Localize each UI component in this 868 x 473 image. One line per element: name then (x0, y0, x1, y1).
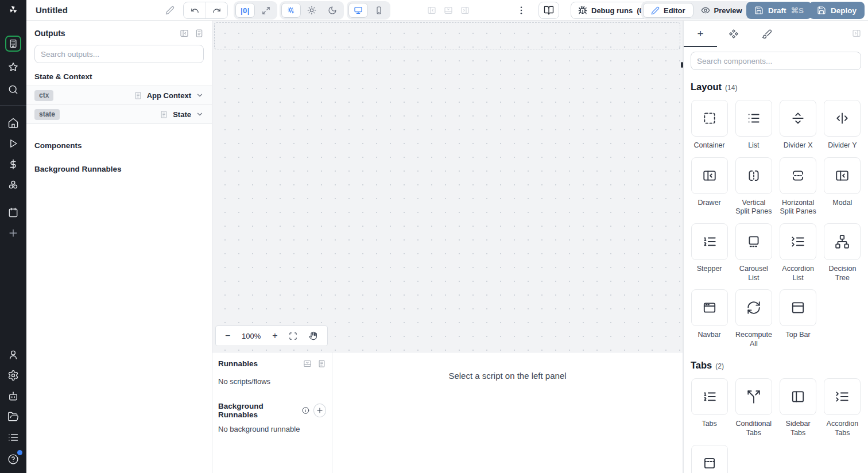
app-title: Untitled (36, 5, 68, 15)
device-desktop-button[interactable] (348, 3, 368, 18)
section-title: Tabs (691, 360, 712, 371)
zoom-reset-button[interactable]: |0| (235, 3, 255, 18)
plus-icon (7, 227, 19, 239)
sidebar-search-button[interactable] (6, 83, 20, 96)
component-label: Decision Tree (824, 265, 861, 282)
center-area: − 100% + Runnables (212, 21, 683, 473)
save-icon (754, 6, 764, 15)
component-label: Horizontal Split Panes (780, 199, 817, 216)
component-recompute-all[interactable]: Recompute All (735, 289, 772, 348)
output-badge: ctx (34, 90, 53, 101)
sidebar-apps-button[interactable] (6, 178, 20, 192)
sidebar-star-button[interactable] (6, 60, 20, 74)
sidebar-settings-button[interactable] (6, 369, 20, 382)
component-modal[interactable]: Modal (824, 157, 861, 216)
component-top-bar[interactable]: Top Bar (780, 289, 817, 348)
component-label: Divider Y (828, 141, 857, 150)
chevron-down-icon[interactable] (196, 110, 204, 118)
canvas-dropzone[interactable] (214, 22, 680, 49)
add-background-runnable-button[interactable] (313, 404, 326, 417)
more-options-button[interactable] (516, 5, 526, 17)
stepper-icon (702, 234, 717, 249)
sidebar-building-button[interactable] (5, 36, 21, 52)
component-horizontal-split-panes[interactable]: Horizontal Split Panes (780, 157, 817, 216)
runnables-title: Runnables (218, 359, 258, 368)
windmill-logo[interactable] (0, 0, 26, 21)
select-script-hint: Select a script on the left panel (448, 371, 566, 473)
component-accordion-tabs[interactable]: Accordion Tabs (824, 378, 861, 437)
expand-canvas-button[interactable] (256, 3, 276, 18)
collapse-runnables-panel-icon[interactable] (303, 359, 312, 368)
deploy-button[interactable]: Deploy (809, 2, 865, 19)
theme-dark-button[interactable] (323, 3, 342, 18)
theme-auto-button[interactable] (281, 3, 301, 18)
theme-light-button[interactable] (302, 3, 321, 18)
sidebar-calendar-button[interactable] (6, 206, 20, 219)
sidebar-home-button[interactable] (6, 116, 20, 130)
component-drawer[interactable]: Drawer (691, 157, 728, 216)
app-canvas[interactable]: − 100% + (212, 21, 683, 352)
component-tabs[interactable]: Tabs (691, 378, 728, 437)
pencil-icon (651, 6, 660, 15)
sidebar-dollar-button[interactable] (6, 157, 20, 171)
component-stepper[interactable]: Stepper (691, 223, 728, 282)
output-row-ctx[interactable]: ctxApp Context (26, 86, 212, 105)
redo-button[interactable] (206, 2, 227, 18)
outputs-doc-icon[interactable] (195, 29, 204, 38)
sidebar-plus-button[interactable] (6, 226, 20, 240)
component-navbar[interactable]: Navbar (691, 289, 728, 348)
zoom-in-button[interactable]: + (272, 331, 277, 341)
component-carousel-list[interactable]: Carousel List (735, 223, 772, 282)
tab-insert-component[interactable]: + (684, 21, 717, 47)
sidebar-user-button[interactable] (6, 348, 20, 362)
docs-button[interactable] (538, 2, 559, 19)
zoom-out-button[interactable]: − (225, 331, 230, 341)
sidebar-list-button[interactable] (6, 431, 20, 444)
components-search-input[interactable] (697, 57, 855, 65)
component-grid-layout: ContainerListDivider XDivider YDrawerVer… (691, 100, 861, 348)
components-section-label: Components (34, 141, 204, 150)
play-icon (7, 138, 19, 149)
component-conditional-tabs[interactable]: Conditional Tabs (735, 378, 772, 437)
tab-styling[interactable] (750, 21, 784, 47)
pan-mode-button[interactable] (309, 331, 318, 340)
edit-title-button[interactable] (165, 6, 175, 15)
draft-button[interactable]: Draft ⌘S (746, 2, 812, 19)
component-label: Tabs (702, 420, 716, 429)
building-icon (8, 38, 18, 49)
component-divider-y[interactable]: Divider Y (824, 100, 861, 150)
component-invisible-tabs-icon[interactable] (691, 445, 728, 473)
outputs-panel: Outputs State & Context ctxApp Contextst… (26, 21, 212, 473)
fullscreen-icon (289, 332, 297, 340)
horizontal-split-icon (790, 168, 805, 183)
editor-tab[interactable]: Editor (643, 3, 693, 18)
sidebar-robot-button[interactable] (6, 389, 20, 403)
device-mobile-button[interactable] (369, 3, 389, 18)
section-header-tabs: Tabs(2) (691, 360, 861, 371)
rail-divider (0, 105, 26, 106)
runnables-doc-icon[interactable] (317, 359, 326, 368)
tab-component-settings[interactable] (717, 21, 750, 47)
outputs-search-input[interactable] (41, 50, 197, 59)
component-vertical-split-panes[interactable]: Vertical Split Panes (735, 157, 772, 216)
component-decision-tree[interactable]: Decision Tree (824, 223, 861, 282)
component-accordion-list[interactable]: Accordion List (780, 223, 817, 282)
component-label: Carousel List (735, 265, 772, 282)
outputs-search (34, 45, 204, 63)
component-sidebar-tabs[interactable]: Sidebar Tabs (780, 378, 817, 437)
sidebar-play-button[interactable] (6, 137, 20, 150)
undo-button[interactable] (184, 2, 206, 18)
diamond-grid-icon (728, 29, 739, 39)
sidebar-folder-button[interactable] (6, 410, 20, 424)
collapse-outputs-panel-icon[interactable] (180, 29, 189, 38)
component-container[interactable]: Container (691, 100, 728, 150)
component-list[interactable]: List (735, 100, 772, 150)
component-divider-x[interactable]: Divider X (780, 100, 817, 150)
save-icon (817, 6, 826, 15)
output-row-state[interactable]: stateState (26, 105, 212, 124)
fit-view-button[interactable] (289, 332, 297, 340)
chevron-down-icon[interactable] (196, 91, 204, 99)
preview-tab[interactable]: Preview (693, 3, 750, 18)
components-panel-tabs: + (684, 21, 868, 47)
search-icon (7, 84, 19, 95)
